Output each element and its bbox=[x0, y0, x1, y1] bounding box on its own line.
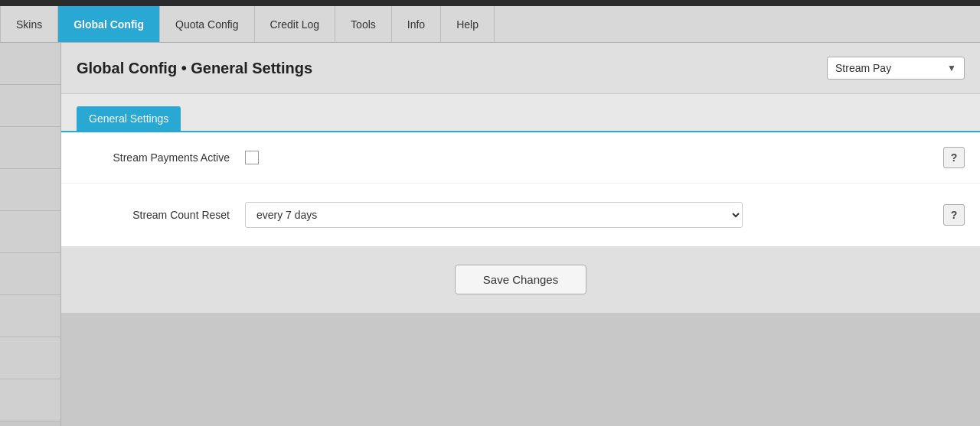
content-header: Global Config • General Settings Stream … bbox=[61, 43, 980, 94]
sidebar-item-3 bbox=[0, 127, 60, 169]
stream-count-row: Stream Count Reset every 7 daysevery day… bbox=[61, 184, 980, 246]
content-wrapper: Global Config • General Settings Stream … bbox=[61, 43, 980, 426]
sidebar-item-7 bbox=[0, 295, 60, 337]
stream-pay-dropdown[interactable]: Stream Pay ▼ bbox=[827, 57, 965, 80]
sidebar-item-8 bbox=[0, 337, 60, 379]
main-content: Global Config • General Settings Stream … bbox=[0, 43, 980, 426]
tab-tools[interactable]: Tools bbox=[335, 6, 392, 42]
page-title: Global Config • General Settings bbox=[77, 60, 312, 77]
settings-panel: Stream Payments Active ? Stream Count Re… bbox=[61, 132, 980, 246]
tab-info[interactable]: Info bbox=[392, 6, 441, 42]
tab-global-config[interactable]: Global Config bbox=[58, 6, 160, 42]
tab-credit-log[interactable]: Credit Log bbox=[255, 6, 336, 42]
stream-payments-label: Stream Payments Active bbox=[77, 151, 245, 164]
tab-bar: Skins Global Config Quota Config Credit … bbox=[0, 6, 980, 43]
stream-count-control: every 7 daysevery dayevery 3 daysevery 1… bbox=[245, 202, 965, 228]
stream-pay-label: Stream Pay bbox=[835, 62, 891, 74]
stream-count-select[interactable]: every 7 daysevery dayevery 3 daysevery 1… bbox=[245, 202, 743, 228]
sidebar-item-5 bbox=[0, 211, 60, 253]
stream-count-help-button[interactable]: ? bbox=[943, 204, 965, 226]
sidebar-item-9 bbox=[0, 379, 60, 421]
stream-payments-checkbox[interactable] bbox=[245, 151, 259, 164]
save-area: Save Changes bbox=[61, 246, 980, 313]
tab-quota-config[interactable]: Quota Config bbox=[160, 6, 255, 42]
section-tabs: General Settings bbox=[61, 94, 980, 132]
tab-help[interactable]: Help bbox=[441, 6, 495, 42]
dropdown-arrow-icon: ▼ bbox=[947, 63, 956, 73]
tab-general-settings[interactable]: General Settings bbox=[77, 106, 181, 131]
sidebar bbox=[0, 43, 61, 426]
stream-count-label: Stream Count Reset bbox=[77, 209, 245, 221]
stream-payments-help-button[interactable]: ? bbox=[943, 147, 965, 168]
sidebar-item-6 bbox=[0, 253, 60, 295]
tab-skins[interactable]: Skins bbox=[0, 6, 58, 42]
save-changes-button[interactable]: Save Changes bbox=[455, 265, 586, 294]
stream-payments-control bbox=[245, 151, 965, 164]
sidebar-item-4 bbox=[0, 169, 60, 211]
stream-payments-row: Stream Payments Active ? bbox=[61, 132, 980, 184]
sidebar-item-2 bbox=[0, 85, 60, 127]
top-bar bbox=[0, 0, 980, 6]
sidebar-item-1 bbox=[0, 43, 60, 85]
